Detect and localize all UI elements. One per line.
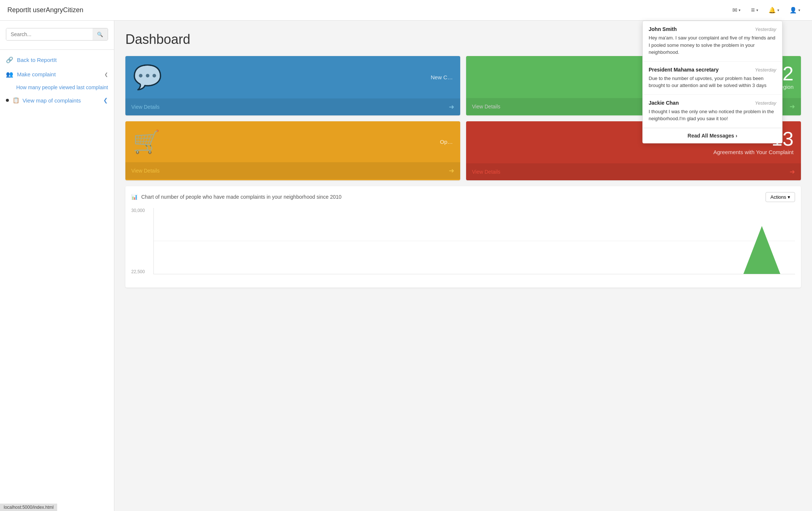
sidebar-item-view-map[interactable]: 📋 View map of complaints ❮ <box>0 93 114 107</box>
dot-icon <box>6 99 9 102</box>
back-icon: 🔗 <box>6 56 13 63</box>
svg-marker-0 <box>743 226 780 274</box>
view-details-arrow-icon: ➜ <box>449 103 454 111</box>
bar-chart-icon: 📊 <box>131 194 138 200</box>
card-complaints-region-view-label: View Details <box>472 104 500 110</box>
chart-title: 📊 Chart of number of people who have mad… <box>131 194 341 200</box>
card-new-complaints: 💬 New C… View Details ➜ <box>125 56 460 115</box>
chart-peak-svg <box>743 226 780 274</box>
sidebar: 🔍 🔗 Back to ReportIt 👥 Make complaint ❮ … <box>0 21 114 511</box>
search-icon: 🔍 <box>97 32 103 37</box>
mail-dropdown-btn[interactable]: ✉ ▾ <box>728 3 745 17</box>
view-details-arrow-agreements-icon: ➜ <box>790 168 795 176</box>
message-sender-2: Jackie Chan <box>649 100 679 106</box>
mail-caret: ▾ <box>739 8 740 12</box>
user-caret: ▾ <box>798 8 800 12</box>
card-open-complaints-footer[interactable]: View Details ➜ <box>125 162 460 179</box>
message-header-0: John Smith Yesterday <box>649 26 776 32</box>
message-header-1: President Mahama secretary Yesterday <box>649 67 776 73</box>
grid-dropdown-btn[interactable]: ≡ ▾ <box>746 3 763 17</box>
card-open-complaints-body: 🛒 Op… <box>125 121 460 162</box>
message-item-0: John Smith Yesterday Hey ma'am. I saw yo… <box>643 21 782 62</box>
message-header-2: Jackie Chan Yesterday <box>649 100 776 106</box>
message-body-0: Hey ma'am. I saw your complaint and five… <box>649 34 776 56</box>
actions-button[interactable]: Actions ▾ <box>766 192 795 202</box>
user-icon: 👤 <box>790 7 797 14</box>
mail-icon: ✉ <box>732 7 737 14</box>
sidebar-sub-item-viewed-label: How many people viewed last complaint <box>16 84 108 90</box>
sidebar-item-view-map-label: View map of complaints <box>22 97 81 104</box>
card-open-complaints: 🛒 Op… View Details ➜ <box>125 121 460 180</box>
chat-icon: 💬 <box>133 64 162 90</box>
view-details-arrow-region-icon: ➜ <box>790 102 795 111</box>
navbar: ReportIt userAngryCitizen ✉ ▾ ≡ ▾ 🔔 ▾ 👤 … <box>0 0 812 21</box>
sidebar-divider <box>0 49 114 50</box>
sidebar-item-view-map-icon: 📋 <box>13 97 20 104</box>
message-time-0: Yesterday <box>755 27 776 32</box>
message-item-1: President Mahama secretary Yesterday Due… <box>643 62 782 95</box>
grid-icon: ≡ <box>751 6 755 14</box>
card-icon-wrap: 💬 <box>133 63 431 91</box>
card-new-complaints-label: New C… <box>431 74 453 81</box>
card-open-icon-wrap: 🛒 <box>133 129 440 155</box>
card-open-complaints-view-label: View Details <box>131 168 160 174</box>
sidebar-item-back[interactable]: 🔗 Back to ReportIt <box>0 53 114 67</box>
messages-dropdown: John Smith Yesterday Hey ma'am. I saw yo… <box>642 21 782 143</box>
navbar-icons: ✉ ▾ ≡ ▾ 🔔 ▾ 👤 ▾ <box>728 3 805 17</box>
y-label-top: 30,000 <box>131 208 145 213</box>
sidebar-item-make-complaint-label: Make complaint <box>17 71 56 77</box>
cart-icon: 🛒 <box>133 129 160 154</box>
sidebar-item-make-complaint[interactable]: 👥 Make complaint ❮ <box>0 67 114 81</box>
search-input[interactable] <box>6 28 93 40</box>
card-new-complaints-footer[interactable]: View Details ➜ <box>125 98 460 115</box>
user-dropdown-btn[interactable]: 👤 ▾ <box>785 3 805 17</box>
chart-grid <box>153 208 795 274</box>
card-agreements-label: Agreements with Your Complaint <box>713 149 794 156</box>
card-new-complaints-info: New C… <box>431 74 453 81</box>
message-time-2: Yesterday <box>755 100 776 106</box>
message-body-2: I thought I was the only one who noticed… <box>649 108 776 122</box>
bell-dropdown-btn[interactable]: 🔔 ▾ <box>764 3 784 17</box>
bell-caret: ▾ <box>777 8 779 12</box>
grid-line-mid <box>154 241 795 241</box>
grid-caret: ▾ <box>756 8 758 12</box>
search-box: 🔍 <box>6 28 108 41</box>
sidebar-search-area: 🔍 <box>0 25 114 46</box>
card-new-complaints-view-label: View Details <box>131 104 160 110</box>
chart-header: 📊 Chart of number of people who have mad… <box>131 192 795 202</box>
message-sender-1: President Mahama secretary <box>649 67 719 73</box>
actions-caret-icon: ▾ <box>788 194 790 200</box>
status-bar: localhost:5000/index.html <box>0 504 57 511</box>
card-agreements-footer[interactable]: View Details ➜ <box>466 163 801 180</box>
make-complaint-chevron: ❮ <box>104 72 108 77</box>
message-body-1: Due to the number of upvotes, your probl… <box>649 75 776 89</box>
chart-area: 30,000 22,500 <box>131 208 795 282</box>
sidebar-sub-item-viewed[interactable]: How many people viewed last complaint <box>0 81 114 93</box>
status-url: localhost:5000/index.html <box>4 505 53 510</box>
message-sender-0: John Smith <box>649 26 677 32</box>
navbar-brand: ReportIt userAngryCitizen <box>7 6 728 14</box>
card-agreements-view-label: View Details <box>472 169 500 175</box>
read-all-messages[interactable]: Read All Messages › <box>643 128 782 143</box>
search-button[interactable]: 🔍 <box>93 28 108 40</box>
card-open-complaints-info: Op… <box>440 138 453 146</box>
chart-y-labels: 30,000 22,500 <box>131 208 145 282</box>
card-new-complaints-body: 💬 New C… <box>125 56 460 98</box>
sidebar-item-back-label: Back to ReportIt <box>17 57 57 63</box>
chart-container: 📊 Chart of number of people who have mad… <box>125 186 801 288</box>
message-time-1: Yesterday <box>755 67 776 73</box>
y-label-mid: 22,500 <box>131 269 145 274</box>
view-map-chevron: ❮ <box>103 97 108 104</box>
bell-icon: 🔔 <box>768 7 776 14</box>
message-item-2: Jackie Chan Yesterday I thought I was th… <box>643 95 782 128</box>
view-details-arrow-open-icon: ➜ <box>449 167 454 175</box>
card-open-complaints-label: Op… <box>440 138 453 146</box>
make-complaint-icon: 👥 <box>6 71 13 78</box>
